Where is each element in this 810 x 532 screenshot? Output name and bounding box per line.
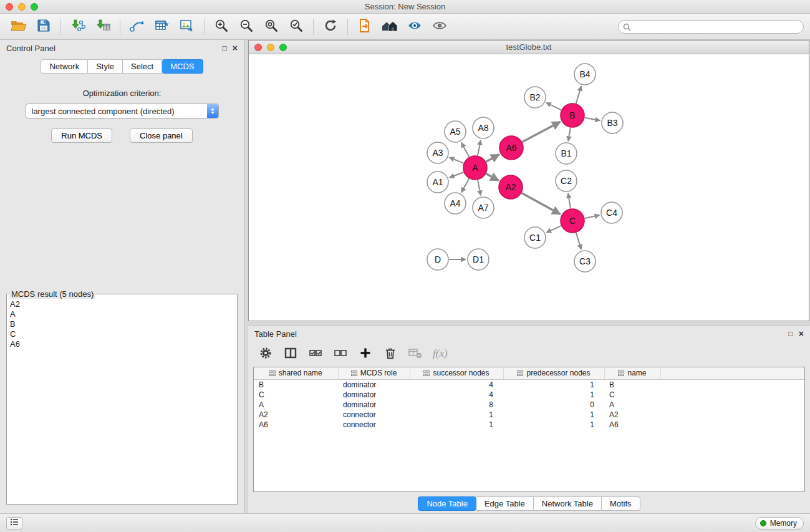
minimize-window-button[interactable] [18, 3, 26, 11]
table-row[interactable]: Cdominator41C [254, 390, 804, 400]
edge-A-A5[interactable] [461, 143, 470, 157]
table-tab-node-table[interactable]: Node Table [418, 496, 476, 511]
table-cell[interactable]: A6 [604, 420, 660, 430]
network-graph[interactable]: B4B2BB3A5A8A6B1A3AC2A1A2A4A7CC4C1C3DD1 [249, 54, 809, 320]
table-cell[interactable]: dominator [338, 390, 410, 400]
tab-network[interactable]: Network [41, 59, 88, 74]
table-cell[interactable]: C [604, 390, 660, 400]
node-C1[interactable]: C1 [524, 227, 546, 248]
node-A8[interactable]: A8 [473, 117, 494, 138]
close-window-button[interactable] [6, 3, 13, 11]
table-cell[interactable]: 1 [503, 410, 604, 420]
export-network-button[interactable] [352, 16, 377, 37]
close-panel-button[interactable]: Close panel [130, 128, 193, 143]
edge-B-B1[interactable] [568, 128, 571, 142]
edge-B-B2[interactable] [546, 103, 561, 110]
edge-A6-B[interactable] [523, 122, 561, 142]
node-A4[interactable]: A4 [445, 193, 466, 214]
table-tab-motifs[interactable]: Motifs [602, 496, 640, 511]
table-cell[interactable]: connector [338, 410, 410, 420]
table-row[interactable]: Adominator80A [254, 400, 804, 410]
zoom-window-button[interactable] [31, 3, 38, 11]
edge-A-A7[interactable] [478, 180, 481, 196]
add-column-button[interactable] [358, 346, 373, 361]
table-cell[interactable]: A6 [254, 420, 338, 430]
minimize-network-window-button[interactable] [267, 44, 274, 51]
table-cell[interactable]: A [604, 400, 660, 410]
zoom-fit-button[interactable] [259, 16, 284, 37]
node-A[interactable]: A [463, 156, 487, 180]
deselect-all-button[interactable] [333, 346, 348, 361]
edge-C-C2[interactable] [568, 193, 571, 208]
table-cell[interactable]: 1 [410, 420, 503, 430]
node-B1[interactable]: B1 [556, 143, 577, 164]
table-cell[interactable]: 1 [503, 420, 604, 430]
table-cell[interactable]: B [604, 380, 660, 390]
column-header-MCDS-role[interactable]: MCDS role [338, 367, 410, 380]
show-hide-button[interactable] [427, 16, 452, 37]
tab-mcds[interactable]: MCDS [162, 59, 203, 74]
save-session-button[interactable] [31, 16, 56, 37]
edge-C-C1[interactable] [546, 226, 561, 233]
zoom-network-window-button[interactable] [279, 44, 287, 51]
column-header-successor-nodes[interactable]: successor nodes [410, 367, 503, 380]
result-item[interactable]: B [7, 319, 237, 329]
edge-C-C4[interactable] [585, 215, 600, 218]
float-panel-icon[interactable]: □ [223, 44, 227, 52]
edge-B-B4[interactable] [576, 86, 581, 104]
table-cell[interactable]: 1 [503, 380, 604, 390]
edge-A-A2[interactable] [486, 174, 499, 181]
node-A5[interactable]: A5 [445, 121, 466, 142]
delete-column-button[interactable] [408, 346, 423, 361]
node-B2[interactable]: B2 [524, 87, 546, 108]
result-item[interactable]: A2 [7, 299, 237, 309]
table-row[interactable]: A2connector11A2 [254, 410, 804, 420]
memory-button[interactable]: Memory [755, 517, 804, 530]
edge-B-B3[interactable] [585, 118, 600, 121]
result-item[interactable]: C [7, 329, 237, 339]
table-row[interactable]: A6connector11A6 [254, 420, 804, 430]
run-mcds-button[interactable]: Run MCDS [51, 128, 112, 143]
node-A6[interactable]: A6 [499, 136, 523, 160]
table-cell[interactable]: A2 [604, 410, 660, 420]
node-B3[interactable]: B3 [602, 112, 623, 133]
table-cell[interactable]: 8 [410, 400, 503, 410]
table-cell[interactable]: dominator [338, 400, 410, 410]
table-row[interactable]: Bdominator41B [254, 380, 804, 390]
table-cell[interactable]: dominator [338, 380, 410, 390]
node-D[interactable]: D [427, 249, 448, 270]
gear-button[interactable] [258, 346, 273, 361]
node-A1[interactable]: A1 [427, 172, 448, 193]
export-image-button[interactable] [175, 16, 200, 37]
node-C2[interactable]: C2 [556, 170, 577, 191]
function-builder-button[interactable]: f(x) [433, 347, 448, 360]
edge-A-A8[interactable] [478, 140, 481, 156]
zoom-out-button[interactable] [234, 16, 259, 37]
table-cell[interactable]: 1 [503, 390, 604, 400]
refresh-button[interactable] [318, 16, 343, 37]
node-A3[interactable]: A3 [427, 142, 448, 163]
table-cell[interactable]: C [254, 390, 338, 400]
task-history-button[interactable] [6, 517, 22, 530]
close-panel-icon[interactable]: × [233, 44, 238, 52]
node-A7[interactable]: A7 [473, 197, 494, 218]
result-item[interactable]: A [7, 309, 237, 319]
open-session-button[interactable] [6, 16, 31, 37]
node-A2[interactable]: A2 [499, 175, 523, 199]
network-canvas[interactable]: B4B2BB3A5A8A6B1A3AC2A1A2A4A7CC4C1C3DD1 [249, 54, 809, 321]
table-cell[interactable]: 0 [503, 400, 604, 410]
delete-button[interactable] [383, 346, 398, 361]
result-item[interactable]: A6 [7, 339, 237, 349]
edge-A2-C[interactable] [522, 193, 561, 215]
zoom-in-button[interactable] [209, 16, 234, 37]
table-cell[interactable]: B [254, 380, 338, 390]
table-cell[interactable]: A2 [254, 410, 338, 420]
table-cell[interactable]: 1 [410, 410, 503, 420]
new-table-button[interactable] [150, 16, 175, 37]
node-C3[interactable]: C3 [574, 251, 595, 272]
table-cell[interactable]: connector [338, 420, 410, 430]
columns-button[interactable] [283, 346, 298, 361]
node-C4[interactable]: C4 [601, 202, 622, 223]
tab-select[interactable]: Select [123, 59, 162, 74]
column-header-shared-name[interactable]: shared name [254, 367, 338, 380]
